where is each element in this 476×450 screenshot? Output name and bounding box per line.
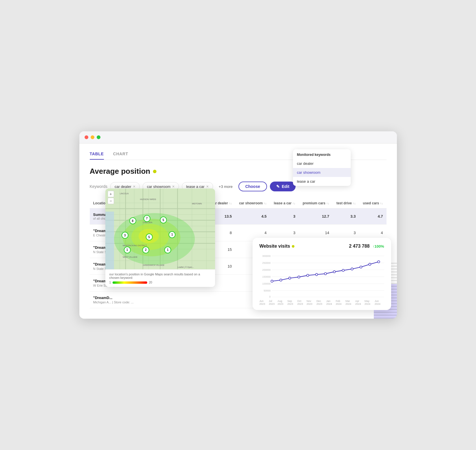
svg-point-61 xyxy=(377,261,380,263)
svg-text:150000: 150000 xyxy=(262,275,270,278)
remove-lease-a-car[interactable]: × xyxy=(206,184,208,189)
col-premium-cars[interactable]: premium cars ↑↓ xyxy=(299,198,333,208)
minimize-dot[interactable] xyxy=(91,135,94,139)
app-window: TABLE CHART Average position Keywords ca… xyxy=(79,131,397,319)
map-overlay: LINCOLN HUDSON YARDS MIDTOWN CHELSEA MEA… xyxy=(105,188,215,287)
summary-val-3: 12.7 xyxy=(299,208,333,225)
map-marker: 2 xyxy=(142,247,149,253)
map-body[interactable]: LINCOLN HUDSON YARDS MIDTOWN CHELSEA MEA… xyxy=(105,188,215,269)
map-marker: 1 xyxy=(164,247,171,253)
map-marker: 1 xyxy=(124,247,131,253)
edit-icon: ✎ xyxy=(276,184,280,189)
svg-text:MEATPACKING DISTRICT: MEATPACKING DISTRICT xyxy=(123,244,147,247)
sort-icon-used-cars: ↑↓ xyxy=(380,202,383,205)
zoom-in-button[interactable]: + xyxy=(108,191,114,197)
chart-area: 300000 250000 200000 150000 100000 50000… xyxy=(260,252,384,298)
sort-icon-lease-a-car: ↑↓ xyxy=(292,202,295,205)
map-controls: + − xyxy=(108,191,114,204)
remove-car-dealer[interactable]: × xyxy=(133,184,135,189)
summary-val-4: 3.3 xyxy=(333,208,359,225)
svg-point-56 xyxy=(333,271,335,273)
keywords-popup: Monitored keywords car dealer car showro… xyxy=(293,149,351,186)
col-used-cars[interactable]: used cars ↑↓ xyxy=(359,198,386,208)
svg-text:Leaflet | © Open...: Leaflet | © Open... xyxy=(178,266,194,268)
map-marker: 3 xyxy=(122,232,128,239)
sort-icon-car-dealer: ↑↓ xyxy=(229,202,232,205)
col-car-showroom[interactable]: car showroom ↑↓ xyxy=(235,198,270,208)
visits-title: Website visits xyxy=(260,244,294,249)
col-lease-a-car[interactable]: lease a car ↑↓ xyxy=(270,198,299,208)
zoom-out-button[interactable]: − xyxy=(108,198,114,204)
svg-point-50 xyxy=(280,279,282,281)
svg-text:200000: 200000 xyxy=(262,268,270,271)
map-marker: 7 xyxy=(143,215,150,222)
svg-text:0: 0 xyxy=(269,295,270,298)
kw-item-car-showroom[interactable]: car showroom xyxy=(293,168,351,177)
sort-icon-premium-cars: ↑↓ xyxy=(326,202,329,205)
kw-item-lease-a-car[interactable]: lease a car xyxy=(293,177,351,186)
map-footer: our location's position in Google Maps s… xyxy=(105,269,215,287)
tab-table[interactable]: TABLE xyxy=(90,152,104,160)
visits-header: Website visits 2 473 788 ↑100% xyxy=(260,244,384,249)
svg-point-53 xyxy=(307,274,309,277)
more-tag[interactable]: +3 more xyxy=(216,183,236,191)
svg-point-55 xyxy=(324,272,326,275)
visits-dot xyxy=(292,245,294,248)
map-marker: 8 xyxy=(129,217,136,224)
kw-item-car-dealer[interactable]: car dealer xyxy=(293,159,351,168)
map-marker: 5 xyxy=(146,234,153,240)
edit-button[interactable]: ✎ Edit xyxy=(270,182,296,191)
maximize-dot[interactable] xyxy=(97,135,100,139)
svg-text:LINCOLN: LINCOLN xyxy=(120,193,128,195)
svg-point-58 xyxy=(351,268,353,270)
visits-stats: 2 473 788 ↑100% xyxy=(349,244,384,249)
titlebar xyxy=(79,131,397,143)
choose-button[interactable]: Choose xyxy=(238,182,267,191)
visits-panel: Website visits 2 473 788 ↑100% 300000 25 xyxy=(253,238,391,310)
map-legend: 1 20 xyxy=(109,281,211,284)
close-dot[interactable] xyxy=(85,135,88,139)
svg-rect-26 xyxy=(105,212,114,269)
svg-point-60 xyxy=(369,263,371,266)
sort-icon-car-showroom: ↑↓ xyxy=(264,202,267,205)
summary-val-2: 3 xyxy=(270,208,299,225)
svg-text:WEST VILLAGE: WEST VILLAGE xyxy=(123,256,138,258)
map-marker: 5 xyxy=(160,216,167,223)
svg-point-59 xyxy=(360,266,362,268)
svg-point-49 xyxy=(271,280,273,282)
keywords-label: Keywords xyxy=(90,184,107,189)
map-marker: 1 xyxy=(169,231,176,238)
remove-car-showroom[interactable]: × xyxy=(172,184,175,189)
svg-text:HUDSON YARDS: HUDSON YARDS xyxy=(140,198,156,200)
svg-point-57 xyxy=(342,269,344,272)
map-svg: LINCOLN HUDSON YARDS MIDTOWN CHELSEA MEA… xyxy=(105,188,215,269)
tab-chart[interactable]: CHART xyxy=(113,152,128,160)
summary-val-5: 4.7 xyxy=(359,208,386,225)
legend-bar xyxy=(113,281,147,284)
svg-text:50000: 50000 xyxy=(264,289,270,292)
svg-text:100000: 100000 xyxy=(262,282,270,285)
col-test-drive[interactable]: test drive ↑↓ xyxy=(333,198,359,208)
svg-point-52 xyxy=(298,276,300,278)
keywords-popup-title: Monitored keywords xyxy=(293,149,351,159)
svg-text:GREENWICH VILLAGE: GREENWICH VILLAGE xyxy=(143,264,165,266)
chart-x-labels: Jun 2023 Jul 2023 Aug 2023 Sep 2023 Oct … xyxy=(260,300,384,305)
sort-icon-test-drive: ↑↓ xyxy=(353,202,356,205)
svg-text:MIDTOWN: MIDTOWN xyxy=(192,203,202,205)
svg-text:250000: 250000 xyxy=(262,262,270,264)
title-indicator xyxy=(153,170,156,173)
summary-val-1: 4.5 xyxy=(235,208,270,225)
svg-point-54 xyxy=(315,273,318,276)
svg-text:300000: 300000 xyxy=(262,255,270,257)
visits-chart-svg: 300000 250000 200000 150000 100000 50000… xyxy=(260,252,384,298)
svg-point-51 xyxy=(288,277,291,279)
